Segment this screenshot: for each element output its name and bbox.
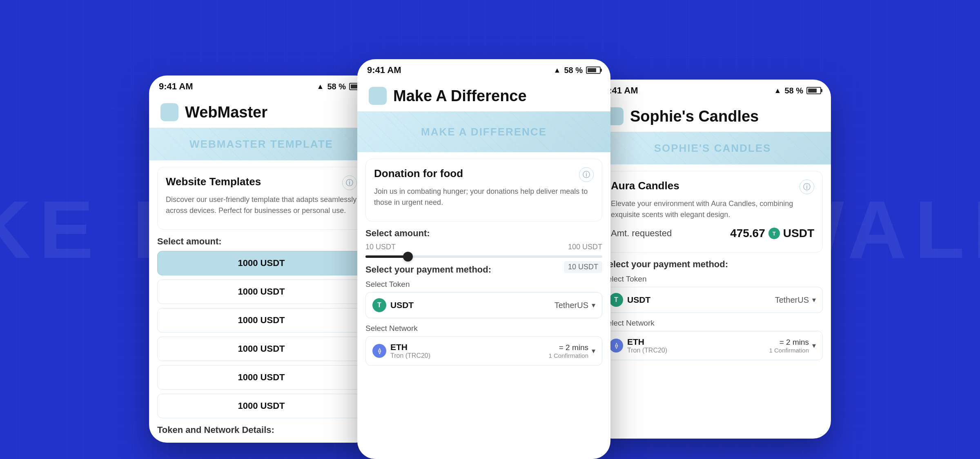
banner-right: SOPHIE'S CANDLES [594,132,831,164]
token-left-right: T USDT [609,293,650,307]
network-select-right[interactable]: ⟠ ETH Tron (TRC20) = 2 mins 1 Confirmati… [602,331,823,360]
network-right-center: = 2 mins 1 Confirmation ▾ [548,343,595,359]
banner-center: MAKE A DIFFERENCE [357,111,610,152]
network-label-center: Select Network [365,324,602,333]
chevron-down-icon-network-center: ▾ [592,346,595,355]
token-full-center: TetherUS [555,301,588,310]
card-title-center: Donation for food [374,167,463,180]
status-right-right: ▲ 58 % [774,86,821,95]
amount-item-6[interactable]: 1000 USDT [157,394,365,418]
amount-item-5[interactable]: 1000 USDT [157,365,365,390]
token-full-right: TetherUS [775,295,809,305]
wifi-icon-center: ▲ [554,66,561,75]
app-logo-left [160,103,178,121]
card-right: Aura Candles ⓘ Elevate your environment … [602,171,823,253]
payment-label-right: Select your payment method: [602,259,823,270]
slider-thumb[interactable] [403,252,413,262]
token-details-label: Token and Network Details: [157,425,365,435]
network-left-right: ⟠ ETH Tron (TRC20) [609,337,667,354]
wifi-icon-left: ▲ [317,82,324,91]
token-label-center: Select Token [365,280,602,289]
network-select-center[interactable]: ⟠ ETH Tron (TRC20) = 2 mins 1 Confirmati… [365,336,602,366]
status-time-left: 9:41 AM [159,81,193,92]
card-title-left: Website Templates [166,175,261,188]
token-select-center[interactable]: T USDT TetherUS ▾ [365,292,602,318]
token-left-center: T USDT [372,298,414,312]
app-logo-center [369,87,387,105]
slider-max: 100 USDT [568,243,602,251]
amt-row-right: Amt. requested 475.67 T USDT [611,227,814,240]
amt-number-right: 475.67 [730,227,765,240]
status-right-left: ▲ 58 % [317,82,364,91]
payment-section-center: Select your payment method: Select Token… [357,264,610,366]
token-select-right[interactable]: T USDT TetherUS ▾ [602,287,823,313]
network-left-center: ⟠ ETH Tron (TRC20) [372,342,430,359]
status-bar-left: 9:41 AM ▲ 58 % [149,75,374,95]
card-header-left: Website Templates ⓘ [166,175,357,190]
phones-container: 9:41 AM ▲ 58 % WebMaster WEBMASTER TEMPL… [82,51,898,459]
token-label-right: Select Token [602,275,823,284]
network-name-right: ETH [627,337,667,347]
phone-left: 9:41 AM ▲ 58 % WebMaster WEBMASTER TEMPL… [149,75,374,443]
token-name-right: USDT [627,295,650,305]
card-desc-right: Elevate your environment with Aura Candl… [611,198,814,220]
battery-pct-right: 58 % [784,86,803,95]
select-amount-label-center: Select amount: [365,228,602,239]
battery-icon-center [586,67,601,74]
chevron-down-icon-right: ▾ [812,295,816,304]
battery-pct-left: 58 % [327,82,346,91]
card-left: Website Templates ⓘ Discover our user-fr… [157,167,365,230]
phone-right: 9:41 AM ▲ 58 % Sophie's Candles SOPHIE'S… [594,80,831,439]
info-button-left[interactable]: ⓘ [342,175,357,190]
status-bar-right: 9:41 AM ▲ 58 % [594,80,831,99]
amount-item-1[interactable]: 1000 USDT [157,251,365,275]
network-right-right: = 2 mins 1 Confirmation ▾ [769,338,816,354]
app-header-center: Make A Difference [357,79,610,111]
app-header-right: Sophie's Candles [594,99,831,132]
amount-item-3[interactable]: 1000 USDT [157,308,365,333]
banner-text-left: WEBMASTER TEMPLATE [149,128,374,160]
slider-fill [365,255,408,258]
battery-icon-right [806,87,821,94]
card-header-right: Aura Candles ⓘ [611,180,814,194]
card-center: Donation for food ⓘ Join us in combating… [365,159,602,222]
network-time-center: = 2 mins 1 Confirmation [548,343,588,359]
card-desc-left: Discover our user-friendly template that… [166,194,357,216]
amt-label-right: Amt. requested [611,228,672,239]
app-title-left: WebMaster [185,104,267,121]
card-desc-center: Join us in combating hunger; your donati… [374,186,594,208]
payment-section-right: Select your payment method: Select Token… [594,259,831,360]
usdt-icon-center: T [372,298,386,312]
chevron-down-icon-center: ▾ [592,301,595,310]
select-amount-label-left: Select amount: [157,236,365,247]
banner-text-right: SOPHIE'S CANDLES [594,132,831,164]
usdt-icon-amt: T [768,228,780,239]
banner-text-center: MAKE A DIFFERENCE [357,111,610,152]
slider-current-value: 10 USDT [564,261,602,273]
card-title-right: Aura Candles [611,180,679,192]
status-time-center: 9:41 AM [367,65,401,75]
amt-currency-right: USDT [783,227,814,240]
slider-min: 10 USDT [365,243,396,251]
status-bar-center: 9:41 AM ▲ 58 % [357,59,610,79]
network-time-right: = 2 mins 1 Confirmation [769,338,809,354]
network-sub-center: Tron (TRC20) [390,352,430,359]
slider-container: 10 USDT 100 USDT 10 USDT [357,243,610,258]
amount-item-4[interactable]: 1000 USDT [157,337,365,361]
app-title-center: Make A Difference [393,87,527,105]
status-right-center: ▲ 58 % [554,66,601,75]
eth-icon-right: ⟠ [609,339,623,353]
app-title-right: Sophie's Candles [630,108,759,125]
amount-list-left: 1000 USDT 1000 USDT 1000 USDT 1000 USDT … [157,251,365,418]
amount-item-2[interactable]: 1000 USDT [157,279,365,304]
network-name-center: ETH [390,342,430,352]
token-name-center: USDT [390,300,414,310]
amt-value-right: 475.67 T USDT [730,227,814,240]
info-button-right[interactable]: ⓘ [800,180,814,194]
slider-track[interactable] [365,255,602,258]
info-button-center[interactable]: ⓘ [579,167,594,182]
network-label-right: Select Network [602,319,823,328]
wifi-icon-right: ▲ [774,86,782,95]
banner-left: WEBMASTER TEMPLATE [149,128,374,160]
chevron-down-icon-network-right: ▾ [812,341,816,350]
